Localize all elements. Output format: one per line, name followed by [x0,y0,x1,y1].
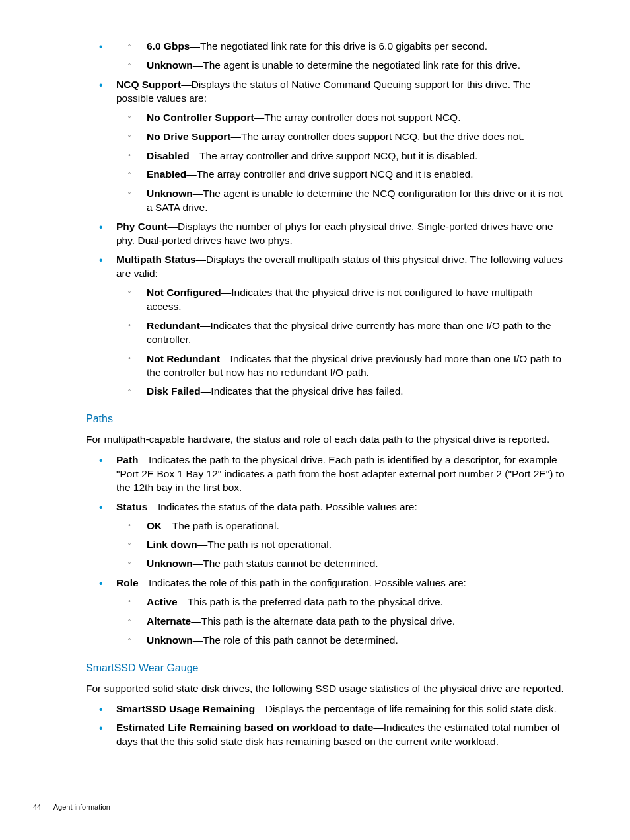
desc: —Displays the percentage of life remaini… [255,703,557,714]
desc: —Indicates the role of this path in the … [139,577,466,588]
list-item: 6.0 Gbps—The negotiated link rate for th… [119,40,565,54]
term: Estimated Life Remaining based on worklo… [116,722,373,733]
list-item: Unknown—The agent is unable to determine… [119,59,565,73]
term: Unknown [147,558,193,569]
desc: —The array controller and drive support … [190,150,478,161]
term: Not Redundant [147,353,220,364]
term: Link down [147,539,197,550]
list-item: Unknown—The path status cannot be determ… [119,557,565,571]
desc: —Indicates that the physical drive has f… [201,385,403,397]
list-item: Status—Indicates the status of the data … [94,500,565,572]
desc: —Displays the number of phys for each ph… [116,221,553,246]
list-item: Unknown—The role of this path cannot be … [119,634,565,648]
list-item: NCQ Support—Displays the status of Nativ… [94,78,565,215]
list-item: OK—The path is operational. [119,519,565,533]
term: SmartSSD Usage Remaining [116,703,255,714]
desc: —The path is not operational. [197,539,332,550]
footer-label: Agent information [53,803,110,811]
term: Path [116,454,139,465]
paths-intro: For multipath-capable hardware, the stat… [86,433,565,447]
desc: —The array controller does support NCQ, … [230,131,524,142]
term: No Drive Support [147,131,230,142]
list-item: Estimated Life Remaining based on worklo… [94,721,565,749]
desc: —The agent is unable to determine the ne… [193,59,520,71]
term: Redundant [147,320,200,331]
term: OK [147,520,162,531]
desc: —The array controller and drive support … [186,169,473,180]
desc: —The agent is unable to determine the NC… [147,188,563,213]
list-item: Link down—The path is not operational. [119,538,565,552]
desc: —Indicates that the physical drive curre… [147,320,551,345]
term: Disabled [147,150,190,161]
page-number: 44 [33,803,41,811]
term: Alternate [147,615,191,627]
smartssd-intro: For supported solid state disk drives, t… [86,682,565,696]
term: Unknown [147,634,193,646]
desc: —This path is the preferred data path to… [178,596,443,607]
term: NCQ Support [116,79,181,90]
term: Disk Failed [147,385,201,397]
smartssd-heading: SmartSSD Wear Gauge [86,661,565,675]
term: Unknown [147,188,193,199]
list-item: Disabled—The array controller and drive … [119,149,565,163]
paths-heading: Paths [86,412,565,426]
desc: —This path is the alternate data path to… [191,615,455,627]
term: Active [147,596,178,607]
list-item: Phy Count—Displays the number of phys fo… [94,220,565,248]
list-item: No Drive Support—The array controller do… [119,130,565,144]
term: Phy Count [116,221,168,232]
term: Enabled [147,169,186,180]
page-footer: 44 Agent information [33,802,110,812]
term: Status [116,501,147,512]
list-item: No Controller Support—The array controll… [119,111,565,125]
desc: —The negotiated link rate for this drive… [190,40,487,52]
list-item: Not Configured—Indicates that the physic… [119,286,565,314]
page-content: 6.0 Gbps—The negotiated link rate for th… [86,40,565,749]
list-item: Not Redundant—Indicates that the physica… [119,352,565,380]
list-item: Multipath Status—Displays the overall mu… [94,253,565,399]
list-item: Path—Indicates the path to the physical … [94,453,565,495]
term: Not Configured [147,287,221,298]
list-item: Enabled—The array controller and drive s… [119,168,565,182]
list-item: Disk Failed—Indicates that the physical … [119,385,565,399]
list-item: Active—This path is the preferred data p… [119,595,565,609]
desc: —Indicates the path to the physical driv… [116,454,565,493]
term: No Controller Support [147,112,254,123]
list-item: SmartSSD Usage Remaining—Displays the pe… [94,703,565,716]
desc: —The path status cannot be determined. [193,558,378,569]
list-item: Redundant—Indicates that the physical dr… [119,319,565,347]
term: Role [116,577,139,588]
desc: —Indicates the status of the data path. … [147,501,417,512]
list-item: Role—Indicates the role of this path in … [94,576,565,648]
desc: —The path is operational. [162,520,279,531]
desc: —The array controller does not support N… [254,112,461,123]
desc: —The role of this path cannot be determi… [193,634,398,646]
term: 6.0 Gbps [147,40,190,52]
list-item: Unknown—The agent is unable to determine… [119,187,565,215]
list-item: Alternate—This path is the alternate dat… [119,615,565,629]
term: Unknown [147,59,193,71]
term: Multipath Status [116,254,196,265]
